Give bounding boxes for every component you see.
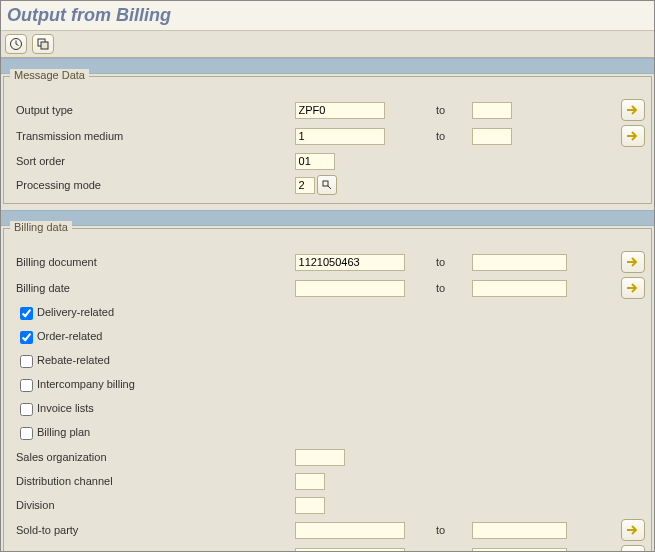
label-billing-date: Billing date bbox=[14, 275, 293, 301]
distribution-channel-input[interactable] bbox=[295, 473, 325, 490]
label-sales-organization: Sales organization bbox=[14, 445, 293, 469]
billing-document-multi-button[interactable] bbox=[621, 251, 645, 273]
output-type-to-input[interactable] bbox=[472, 102, 512, 119]
variant-icon bbox=[36, 37, 50, 51]
clock-icon bbox=[9, 37, 23, 51]
processing-mode-valuehelp-button[interactable] bbox=[317, 175, 337, 195]
svg-rect-3 bbox=[323, 181, 328, 186]
svg-rect-2 bbox=[41, 42, 48, 49]
label-sold-to-party: Sold-to party bbox=[14, 517, 293, 543]
page-title: Output from Billing bbox=[1, 1, 654, 31]
transmission-medium-to-input[interactable] bbox=[472, 128, 512, 145]
sold-to-party-multi-button[interactable] bbox=[621, 519, 645, 541]
division-input[interactable] bbox=[295, 497, 325, 514]
search-help-icon bbox=[322, 180, 332, 190]
label-billing-plan: Billing plan bbox=[37, 426, 90, 438]
to-label: to bbox=[434, 123, 470, 149]
transmission-medium-multi-button[interactable] bbox=[621, 125, 645, 147]
to-label: to bbox=[434, 517, 470, 543]
separator-band bbox=[1, 58, 654, 74]
delivery-related-checkbox[interactable] bbox=[20, 307, 33, 320]
label-transmission-medium: Transmission medium bbox=[14, 123, 293, 149]
processing-mode-input[interactable] bbox=[295, 177, 315, 194]
arrow-right-icon bbox=[626, 256, 640, 268]
output-type-input[interactable] bbox=[295, 102, 385, 119]
label-payer: Payer bbox=[14, 543, 293, 552]
label-processing-mode: Processing mode bbox=[14, 173, 293, 197]
billing-date-multi-button[interactable] bbox=[621, 277, 645, 299]
intercompany-billing-checkbox[interactable] bbox=[20, 379, 33, 392]
arrow-right-icon bbox=[626, 524, 640, 536]
label-distribution-channel: Distribution channel bbox=[14, 469, 293, 493]
label-billing-document: Billing document bbox=[14, 249, 293, 275]
label-invoice-lists: Invoice lists bbox=[37, 402, 94, 414]
group-billing-data: Billing data Billing document to Billing… bbox=[3, 228, 652, 552]
to-label: to bbox=[434, 543, 470, 552]
label-sort-order: Sort order bbox=[14, 149, 293, 173]
to-label: to bbox=[434, 275, 470, 301]
invoice-lists-checkbox[interactable] bbox=[20, 403, 33, 416]
sort-order-input[interactable] bbox=[295, 153, 335, 170]
group-legend-billing-data: Billing data bbox=[10, 221, 72, 233]
payer-multi-button[interactable] bbox=[621, 545, 645, 552]
arrow-right-icon bbox=[626, 130, 640, 142]
transmission-medium-input[interactable] bbox=[295, 128, 385, 145]
sold-to-party-to-input[interactable] bbox=[472, 522, 567, 539]
execute-button[interactable] bbox=[5, 34, 27, 54]
arrow-right-icon bbox=[626, 104, 640, 116]
label-order-related: Order-related bbox=[37, 330, 102, 342]
arrow-right-icon bbox=[626, 282, 640, 294]
sales-organization-input[interactable] bbox=[295, 449, 345, 466]
payer-to-input[interactable] bbox=[472, 548, 567, 553]
group-legend-message-data: Message Data bbox=[10, 69, 89, 81]
payer-input[interactable] bbox=[295, 548, 405, 553]
label-rebate-related: Rebate-related bbox=[37, 354, 110, 366]
billing-document-to-input[interactable] bbox=[472, 254, 567, 271]
separator-band bbox=[1, 210, 654, 226]
toolbar bbox=[1, 31, 654, 58]
label-division: Division bbox=[14, 493, 293, 517]
label-delivery-related: Delivery-related bbox=[37, 306, 114, 318]
to-label: to bbox=[434, 97, 470, 123]
sold-to-party-input[interactable] bbox=[295, 522, 405, 539]
output-type-multi-button[interactable] bbox=[621, 99, 645, 121]
billing-date-to-input[interactable] bbox=[472, 280, 567, 297]
group-message-data: Message Data Output type to Transmission… bbox=[3, 76, 652, 204]
rebate-related-checkbox[interactable] bbox=[20, 355, 33, 368]
billing-plan-checkbox[interactable] bbox=[20, 427, 33, 440]
label-intercompany-billing: Intercompany billing bbox=[37, 378, 135, 390]
order-related-checkbox[interactable] bbox=[20, 331, 33, 344]
billing-document-input[interactable] bbox=[295, 254, 405, 271]
label-output-type: Output type bbox=[14, 97, 293, 123]
to-label: to bbox=[434, 249, 470, 275]
billing-date-input[interactable] bbox=[295, 280, 405, 297]
get-variant-button[interactable] bbox=[32, 34, 54, 54]
